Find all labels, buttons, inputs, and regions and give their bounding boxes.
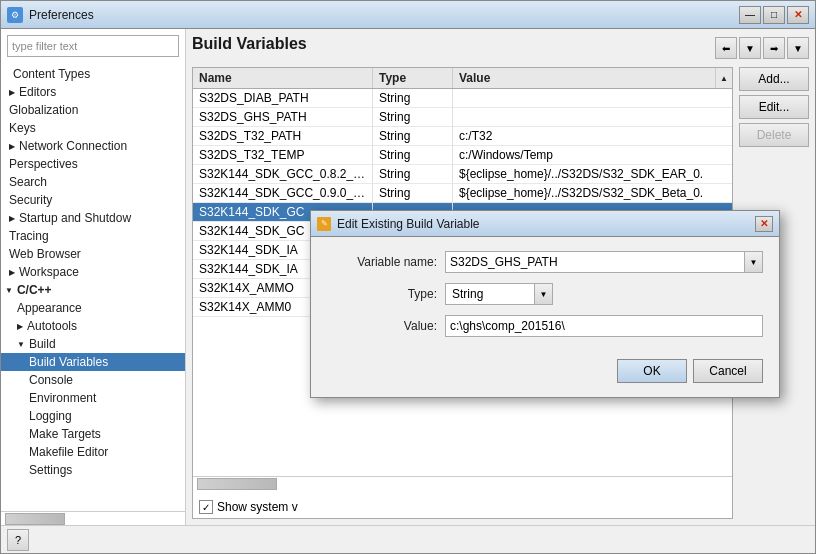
table-row[interactable]: S32K144_SDK_GCC_0.8.2_PATH String ${ecli… <box>193 165 732 184</box>
ok-button[interactable]: OK <box>617 359 687 383</box>
dropdown-button[interactable]: ▼ <box>739 37 761 59</box>
sidebar-item-globalization[interactable]: Globalization <box>1 101 185 119</box>
variable-name-row: Variable name: S32DS_GHS_PATH ▼ <box>327 251 763 273</box>
expand-icon: ▶ <box>17 322 23 331</box>
sort-icon[interactable]: ▲ <box>716 68 732 88</box>
sidebar-item-security[interactable]: Security <box>1 191 185 209</box>
sidebar-item-search[interactable]: Search <box>1 173 185 191</box>
sidebar-item-label: Globalization <box>9 103 78 117</box>
variable-name-combo: S32DS_GHS_PATH ▼ <box>445 251 763 273</box>
sidebar-item-label: Web Browser <box>9 247 81 261</box>
sidebar-item-console[interactable]: Console <box>1 371 185 389</box>
edit-build-variable-dialog: ✎ Edit Existing Build Variable ✕ Variabl… <box>310 210 780 398</box>
left-panel: Content Types ▶ Editors Globalization Ke… <box>1 29 186 525</box>
dialog-content: Variable name: S32DS_GHS_PATH ▼ Type: St… <box>311 237 779 351</box>
sidebar-item-editors[interactable]: ▶ Editors <box>1 83 185 101</box>
table-row[interactable]: S32DS_T32_PATH String c:/T32 <box>193 127 732 146</box>
sidebar-item-appearance[interactable]: Appearance <box>1 299 185 317</box>
sidebar-item-label: Security <box>9 193 52 207</box>
column-header-value: Value <box>453 68 716 88</box>
show-system-checkbox[interactable] <box>199 500 213 514</box>
menu-button[interactable]: ▼ <box>787 37 809 59</box>
sidebar-item-perspectives[interactable]: Perspectives <box>1 155 185 173</box>
table-horizontal-scrollbar[interactable] <box>193 476 732 490</box>
type-dropdown-arrow[interactable]: ▼ <box>535 283 553 305</box>
sidebar-item-makefile-editor[interactable]: Makefile Editor <box>1 443 185 461</box>
sidebar-item-make-targets[interactable]: Make Targets <box>1 425 185 443</box>
sidebar-item-label: Makefile Editor <box>29 445 108 459</box>
sidebar-item-label: Perspectives <box>9 157 78 171</box>
column-header-type: Type <box>373 68 453 88</box>
sidebar-item-cpp[interactable]: ▼ C/C++ <box>1 281 185 299</box>
sidebar-item-tracing[interactable]: Tracing <box>1 227 185 245</box>
type-select[interactable]: String <box>445 283 535 305</box>
expand-icon: ▼ <box>17 340 25 349</box>
tree-horizontal-scrollbar[interactable] <box>1 511 185 525</box>
sidebar-item-label: Settings <box>29 463 72 477</box>
cell-type: String <box>373 89 453 107</box>
title-bar-left: ⚙ Preferences <box>7 7 94 23</box>
table-row[interactable]: S32K144_SDK_GCC_0.9.0_PATH String ${ecli… <box>193 184 732 203</box>
expand-icon: ▶ <box>9 88 15 97</box>
filter-input[interactable] <box>7 35 179 57</box>
sidebar-item-startup[interactable]: ▶ Startup and Shutdow <box>1 209 185 227</box>
sidebar-item-label: Environment <box>29 391 96 405</box>
cell-name: S32DS_T32_PATH <box>193 127 373 145</box>
sidebar-item-label: Tracing <box>9 229 49 243</box>
cell-value <box>453 108 732 126</box>
sidebar-item-label: C/C++ <box>17 283 52 297</box>
sidebar-item-label: Make Targets <box>29 427 101 441</box>
sidebar-item-label: Autotools <box>27 319 77 333</box>
sidebar-item-keys[interactable]: Keys <box>1 119 185 137</box>
sidebar-item-label: Build <box>29 337 56 351</box>
forward-button[interactable]: ➡ <box>763 37 785 59</box>
sidebar-item-settings[interactable]: Settings <box>1 461 185 479</box>
sidebar-item-content-types[interactable]: Content Types <box>1 65 185 83</box>
sidebar-item-autotools[interactable]: ▶ Autotools <box>1 317 185 335</box>
cell-name: S32DS_GHS_PATH <box>193 108 373 126</box>
variable-name-value: S32DS_GHS_PATH <box>445 251 745 273</box>
dialog-title: Edit Existing Build Variable <box>337 217 480 231</box>
value-row: Value: <box>327 315 763 337</box>
cell-value: c:/Windows/Temp <box>453 146 732 164</box>
delete-button[interactable]: Delete <box>739 123 809 147</box>
sidebar-item-logging[interactable]: Logging <box>1 407 185 425</box>
sidebar-item-build-variables[interactable]: Build Variables <box>1 353 185 371</box>
sidebar-item-web-browser[interactable]: Web Browser <box>1 245 185 263</box>
variable-name-label: Variable name: <box>327 255 437 269</box>
minimize-button[interactable]: — <box>739 6 761 24</box>
sidebar-item-build[interactable]: ▼ Build <box>1 335 185 353</box>
table-row[interactable]: S32DS_GHS_PATH String <box>193 108 732 127</box>
variable-name-dropdown-arrow[interactable]: ▼ <box>745 251 763 273</box>
sidebar-item-environment[interactable]: Environment <box>1 389 185 407</box>
cell-type: String <box>373 127 453 145</box>
value-label: Value: <box>327 319 437 333</box>
type-dropdown: String ▼ <box>445 283 553 305</box>
value-input[interactable] <box>445 315 763 337</box>
cancel-button[interactable]: Cancel <box>693 359 763 383</box>
table-row[interactable]: S32DS_DIAB_PATH String <box>193 89 732 108</box>
help-icon: ? <box>15 534 21 546</box>
sidebar-item-label: Editors <box>19 85 56 99</box>
maximize-button[interactable]: □ <box>763 6 785 24</box>
cell-type: String <box>373 184 453 202</box>
cell-name: S32DS_T32_TEMP <box>193 146 373 164</box>
horiz-scroll-thumb[interactable] <box>5 513 65 525</box>
table-horiz-thumb[interactable] <box>197 478 277 490</box>
app-icon: ⚙ <box>7 7 23 23</box>
sidebar-item-workspace[interactable]: ▶ Workspace <box>1 263 185 281</box>
expand-icon: ▶ <box>9 268 15 277</box>
back-button[interactable]: ⬅ <box>715 37 737 59</box>
table-row[interactable]: S32DS_T32_TEMP String c:/Windows/Temp <box>193 146 732 165</box>
window-title: Preferences <box>29 8 94 22</box>
dialog-close-button[interactable]: ✕ <box>755 216 773 232</box>
title-bar: ⚙ Preferences — □ ✕ <box>1 1 815 29</box>
expand-icon: ▼ <box>5 286 13 295</box>
close-button[interactable]: ✕ <box>787 6 809 24</box>
sidebar-item-network-connections[interactable]: ▶ Network Connection <box>1 137 185 155</box>
add-button[interactable]: Add... <box>739 67 809 91</box>
help-button[interactable]: ? <box>7 529 29 551</box>
edit-button[interactable]: Edit... <box>739 95 809 119</box>
expand-icon: ▶ <box>9 214 15 223</box>
sidebar-item-label: Network Connection <box>19 139 127 153</box>
